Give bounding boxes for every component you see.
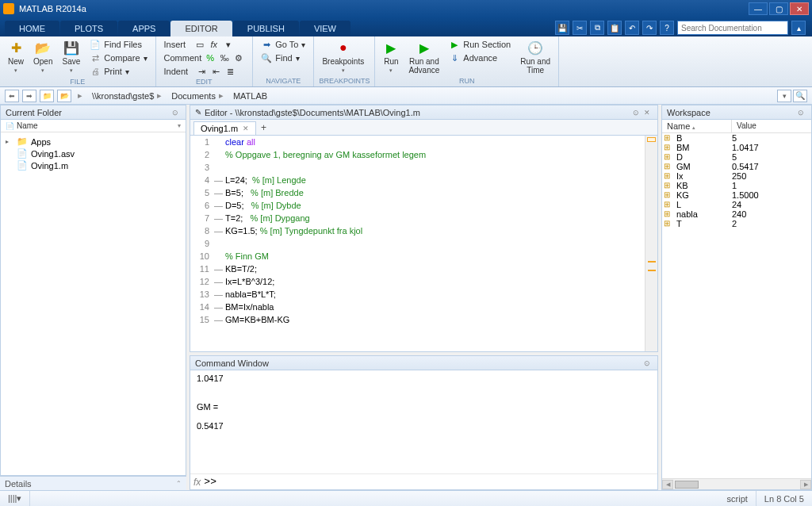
workspace-hscrollbar[interactable]: ◀ ▶	[662, 478, 811, 489]
code-line[interactable]: 13—nabla=B*L*T;	[190, 288, 657, 301]
workspace-variable-row[interactable]: ⊞Ix250	[662, 171, 811, 181]
back-button[interactable]: ⬅	[5, 90, 19, 102]
tab-editor[interactable]: EDITOR	[170, 21, 232, 36]
path-search-button[interactable]: 🔍	[793, 90, 807, 102]
qat-help-icon[interactable]: ?	[660, 21, 674, 35]
code-line[interactable]: 10 % Finn GM	[190, 250, 657, 263]
path-segment-matlab[interactable]: MATLAB	[230, 91, 270, 101]
workspace-variable-row[interactable]: ⊞GM0.5417	[662, 162, 811, 171]
code-line[interactable]: 6—D=5; % [m] Dybde	[190, 199, 657, 212]
fx-function-browser-icon[interactable]: fx	[193, 477, 201, 488]
workspace-variable-row[interactable]: ⊞KB1	[662, 181, 811, 190]
code-line[interactable]: 14—BM=Ix/nabla	[190, 301, 657, 313]
variable-icon: ⊞	[664, 162, 676, 171]
maximize-button[interactable]: ▢	[769, 2, 788, 15]
variable-icon: ⊞	[664, 143, 676, 152]
editor-file-tab[interactable]: Oving1.m✕	[193, 121, 256, 135]
path-segment-root[interactable]: \\kronstad\gste$ ▸	[89, 90, 165, 101]
panel-menu-button[interactable]: ⊙	[170, 107, 181, 118]
workspace-variable-row[interactable]: ⊞L24	[662, 200, 811, 209]
search-documentation-input[interactable]	[677, 21, 788, 35]
file-item[interactable]: 📄Oving1.m	[4, 159, 182, 171]
current-folder-header-row[interactable]: 📄 Name ▾	[1, 120, 186, 132]
open-folder-icon: 📂	[35, 40, 51, 56]
command-window-output[interactable]: 1.0417 GM = 0.5417	[190, 370, 657, 473]
folder-item[interactable]: ▸📁Apps	[4, 136, 182, 148]
breakpoints-button[interactable]: ●Breakpoints▾	[319, 38, 367, 75]
code-line[interactable]: 8—KG=1.5; % [m] Tyngdepunkt fra kjol	[190, 224, 657, 237]
ws-panel-menu-button[interactable]: ⊙	[795, 107, 806, 118]
browse-folder-button[interactable]: 📂	[57, 90, 71, 102]
tab-plots[interactable]: PLOTS	[60, 21, 117, 36]
command-window-panel: Command Window ⊙ 1.0417 GM = 0.5417 fx >…	[190, 355, 658, 490]
code-line[interactable]: 7—T=2; % [m] Dypgang	[190, 212, 657, 224]
run-and-advance-button[interactable]: ▶Run and Advance	[405, 38, 442, 76]
find-files-button[interactable]: 📄Find Files	[86, 38, 150, 51]
new-tab-button[interactable]: +	[256, 121, 271, 135]
tab-home[interactable]: HOME	[5, 21, 59, 36]
save-button[interactable]: 💾Save▾	[59, 38, 83, 75]
cw-panel-menu-button[interactable]: ⊙	[642, 358, 653, 369]
print-button[interactable]: 🖨Print ▾	[86, 65, 150, 78]
new-button[interactable]: ✚New▾	[5, 38, 27, 75]
scroll-left-button[interactable]: ◀	[662, 480, 673, 489]
code-line[interactable]: 11—KB=T/2;	[190, 263, 657, 275]
close-button[interactable]: ✕	[790, 2, 809, 15]
code-line[interactable]: 4—L=24; % [m] Lengde	[190, 174, 657, 186]
advance-button[interactable]: ⇓Advance	[446, 52, 514, 64]
tab-apps[interactable]: APPS	[118, 21, 170, 36]
insert-button[interactable]: Insert ▭ fx ▾	[161, 38, 248, 51]
scroll-thumb[interactable]	[675, 481, 699, 489]
editor-panel-close-button[interactable]: ✕	[642, 107, 653, 118]
path-segment-documents[interactable]: Documents ▸	[168, 90, 227, 101]
workspace-variable-row[interactable]: ⊞B5	[662, 133, 811, 143]
workspace-header-row[interactable]: Name ▴ Value	[662, 120, 811, 133]
comment-button[interactable]: Comment % ‰ ⚙	[161, 52, 248, 64]
workspace-variable-row[interactable]: ⊞T2	[662, 219, 811, 228]
code-line[interactable]: 3	[190, 161, 657, 174]
editor-code-area[interactable]: 1 clear all2 % Oppgave 1, beregning av G…	[190, 136, 657, 351]
goto-button[interactable]: ➡Go To ▾	[258, 38, 308, 51]
run-button[interactable]: ▶Run▾	[380, 38, 402, 75]
workspace-variable-row[interactable]: ⊞D5	[662, 152, 811, 162]
code-line[interactable]: 15—GM=KB+BM-KG	[190, 313, 657, 326]
editor-scrollbar[interactable]	[645, 136, 657, 351]
find-button[interactable]: 🔍Find ▾	[258, 52, 308, 64]
qat-paste-icon[interactable]: 📋	[607, 21, 622, 35]
code-line[interactable]: 9	[190, 237, 657, 250]
indent-button[interactable]: Indent ⇥ ⇤ ≣	[161, 65, 248, 78]
tab-view[interactable]: VIEW	[300, 21, 350, 36]
workspace-variable-row[interactable]: ⊞KG1.5000	[662, 190, 811, 200]
forward-button[interactable]: ➡	[22, 90, 36, 102]
code-line[interactable]: 2 % Oppgave 1, beregning av GM kasseform…	[190, 148, 657, 161]
compare-button[interactable]: ⇄Compare ▾	[86, 52, 150, 64]
address-bar: ⬅ ➡ 📁 📂 ▸ \\kronstad\gste$ ▸ Documents ▸…	[0, 87, 812, 105]
qat-cut-icon[interactable]: ✂	[573, 21, 587, 35]
code-line[interactable]: 5—B=5; % [m] Bredde	[190, 186, 657, 199]
workspace-variable-row[interactable]: ⊞nabla240	[662, 209, 811, 219]
editor-panel-menu-button[interactable]: ⊙	[630, 107, 642, 118]
run-and-time-button[interactable]: 🕒Run and Time	[517, 38, 553, 76]
lint-warning-marker[interactable]	[648, 270, 656, 271]
workspace-variable-row[interactable]: ⊞BM1.0417	[662, 143, 811, 152]
lint-warning-marker[interactable]	[648, 261, 656, 263]
code-line[interactable]: 1 clear all	[190, 136, 657, 148]
minimize-button[interactable]: —	[749, 2, 768, 15]
scroll-right-button[interactable]: ▶	[800, 480, 811, 489]
file-item[interactable]: 📄Oving1.asv	[4, 148, 182, 159]
up-folder-button[interactable]: 📁	[40, 90, 54, 102]
edit-group-label: EDIT	[161, 78, 248, 86]
open-button[interactable]: 📂Open▾	[30, 38, 56, 75]
close-tab-icon[interactable]: ✕	[243, 125, 249, 132]
collapse-toolstrip-button[interactable]: ▴	[791, 21, 806, 35]
qat-save-icon[interactable]: 💾	[555, 21, 569, 35]
qat-copy-icon[interactable]: ⧉	[590, 21, 604, 35]
code-line[interactable]: 12—Ix=L*B^3/12;	[190, 275, 657, 288]
qat-redo-icon[interactable]: ↷	[642, 21, 657, 35]
details-panel-header[interactable]: Details ⌃	[0, 476, 186, 490]
command-window-prompt-row[interactable]: fx >>	[190, 473, 657, 489]
run-section-button[interactable]: ▶Run Section	[446, 38, 514, 51]
tab-publish[interactable]: PUBLISH	[233, 21, 299, 36]
path-dropdown-button[interactable]: ▾	[777, 90, 791, 102]
qat-undo-icon[interactable]: ↶	[625, 21, 639, 35]
